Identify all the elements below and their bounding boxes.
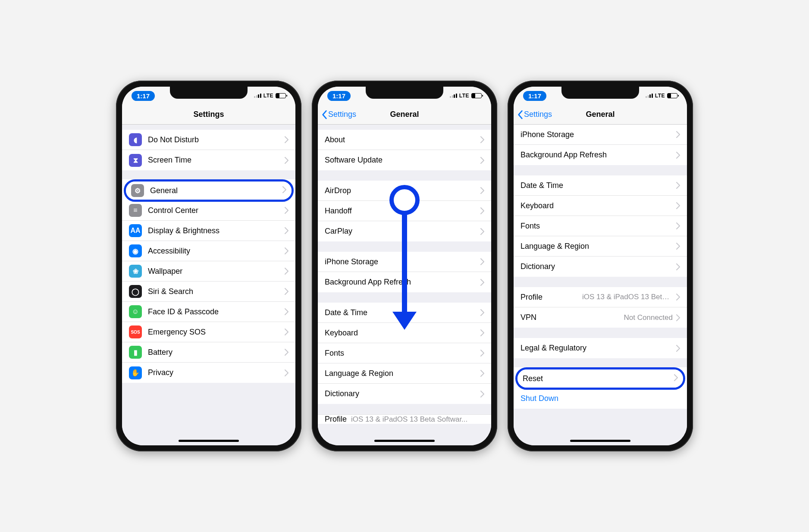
general-row-profile[interactable]: ProfileiOS 13 & iPadOS 13 Beta Softwar..…	[514, 287, 687, 307]
general-row-dictionary[interactable]: Dictionary	[514, 257, 687, 277]
chevron-right-icon	[285, 247, 288, 254]
settings-row-general[interactable]: ⚙General	[126, 182, 292, 200]
general-row-vpn[interactable]: VPNNot Connected	[514, 307, 687, 328]
general-row-reset[interactable]: Reset	[517, 369, 683, 388]
row-label: Background App Refresh	[325, 278, 477, 287]
chevron-right-icon	[480, 157, 484, 164]
row-label: iPhone Storage	[521, 130, 673, 139]
hand-icon: ✋	[129, 366, 142, 379]
chevron-right-icon	[676, 131, 680, 138]
settings-group: ◖Do Not Disturb⧗Screen Time	[122, 130, 295, 170]
row-label: Privacy	[148, 368, 281, 377]
row-label: Screen Time	[148, 156, 281, 165]
chevron-right-icon	[480, 187, 484, 194]
chevron-right-icon	[676, 152, 680, 159]
phone-2: 1:17 LTE Settings General AboutSoftware …	[312, 81, 497, 451]
content[interactable]: iPhone StorageBackground App RefreshDate…	[514, 125, 687, 445]
chevron-right-icon	[285, 227, 288, 234]
carrier-label: LTE	[263, 93, 273, 99]
chevron-right-icon	[676, 222, 680, 229]
chevron-right-icon	[480, 258, 484, 265]
settings-row-screen-time[interactable]: ⧗Screen Time	[122, 150, 295, 170]
nav-bar: Settings General	[318, 105, 491, 125]
nav-title: General	[586, 110, 615, 119]
home-indicator[interactable]	[570, 440, 630, 442]
content[interactable]: AboutSoftware UpdateAirDropHandoffCarPla…	[318, 125, 491, 445]
row-label: Dictionary	[521, 262, 673, 271]
nav-back-button[interactable]: Settings	[321, 105, 356, 124]
home-indicator[interactable]	[374, 440, 435, 442]
nav-title: Settings	[193, 110, 224, 119]
general-row-keyboard[interactable]: Keyboard	[514, 196, 687, 216]
general-row-handoff[interactable]: Handoff	[318, 201, 491, 221]
general-row-date-time[interactable]: Date & Time	[514, 175, 687, 196]
status-time: 1:17	[327, 91, 351, 101]
row-label: Shut Down	[521, 394, 680, 403]
nav-title: General	[390, 110, 419, 119]
battery-icon	[276, 93, 286, 98]
chevron-right-icon	[480, 350, 484, 357]
moon-icon: ◖	[129, 133, 142, 146]
general-row-keyboard[interactable]: Keyboard	[318, 323, 491, 343]
hourglass-icon: ⧗	[129, 154, 142, 167]
row-label: Control Center	[148, 206, 281, 215]
general-row-date-time[interactable]: Date & Time	[318, 303, 491, 323]
general-row-airdrop[interactable]: AirDrop	[318, 181, 491, 201]
row-label: About	[325, 135, 477, 144]
row-label: CarPlay	[325, 227, 477, 236]
chevron-right-icon	[282, 186, 286, 195]
general-row-about[interactable]: About	[318, 130, 491, 150]
settings-row-face-id-passcode[interactable]: ☺Face ID & Passcode	[122, 302, 295, 322]
general-row-fonts[interactable]: Fonts	[514, 216, 687, 236]
settings-row-emergency-sos[interactable]: SOSEmergency SOS	[122, 322, 295, 342]
settings-group: Date & TimeKeyboardFontsLanguage & Regio…	[318, 303, 491, 404]
general-row-shut-down[interactable]: Shut Down	[514, 388, 687, 409]
flower-icon: ❀	[129, 265, 142, 278]
chevron-right-icon	[676, 243, 680, 250]
general-row-background-app-refresh[interactable]: Background App Refresh	[514, 145, 687, 165]
settings-row-do-not-disturb[interactable]: ◖Do Not Disturb	[122, 130, 295, 150]
settings-row-siri-search[interactable]: ◯Siri & Search	[122, 282, 295, 302]
settings-row-privacy[interactable]: ✋Privacy	[122, 363, 295, 383]
chevron-right-icon	[676, 345, 680, 352]
battery-icon	[667, 93, 677, 98]
status-time: 1:17	[132, 91, 155, 101]
status-right: LTE	[450, 93, 482, 99]
highlight-general-row-reset: Reset	[515, 367, 685, 390]
home-indicator[interactable]	[179, 440, 239, 442]
general-row-language-region[interactable]: Language & Region	[514, 236, 687, 257]
row-peek[interactable]: ProfileiOS 13 & iPadOS 13 Beta Softwar..…	[318, 414, 491, 424]
row-label: Accessibility	[148, 247, 281, 256]
row-label: Profile	[521, 293, 582, 302]
general-row-language-region[interactable]: Language & Region	[318, 363, 491, 384]
settings-group: iPhone StorageBackground App Refresh	[318, 252, 491, 292]
general-row-dictionary[interactable]: Dictionary	[318, 384, 491, 404]
settings-row-control-center[interactable]: ≡Control Center	[122, 200, 295, 221]
settings-row-battery[interactable]: ▮Battery	[122, 342, 295, 363]
chevron-right-icon	[285, 268, 288, 275]
settings-row-accessibility[interactable]: ◉Accessibility	[122, 241, 295, 261]
nav-back-label: Settings	[524, 110, 552, 119]
row-label: Profile	[325, 415, 347, 424]
settings-group: iPhone StorageBackground App Refresh	[514, 125, 687, 165]
chevron-right-icon	[480, 391, 484, 397]
chevron-right-icon	[285, 308, 288, 315]
chevron-right-icon	[676, 314, 680, 321]
general-row-fonts[interactable]: Fonts	[318, 343, 491, 363]
content[interactable]: ◖Do Not Disturb⧗Screen Time⚙General≡Cont…	[122, 125, 295, 445]
nav-back-button[interactable]: Settings	[517, 105, 552, 124]
chevron-right-icon	[285, 369, 288, 376]
screen-2: 1:17 LTE Settings General AboutSoftware …	[318, 87, 491, 445]
general-row-carplay[interactable]: CarPlay	[318, 221, 491, 241]
settings-row-display-brightness[interactable]: AADisplay & Brightness	[122, 221, 295, 241]
signal-icon	[646, 94, 653, 98]
general-row-background-app-refresh[interactable]: Background App Refresh	[318, 272, 491, 292]
general-row-iphone-storage[interactable]: iPhone Storage	[514, 125, 687, 145]
status-time: 1:17	[523, 91, 546, 101]
general-row-iphone-storage[interactable]: iPhone Storage	[318, 252, 491, 272]
chevron-right-icon	[480, 207, 484, 214]
general-row-software-update[interactable]: Software Update	[318, 150, 491, 170]
general-row-legal-regulatory[interactable]: Legal & Regulatory	[514, 338, 687, 358]
settings-row-wallpaper[interactable]: ❀Wallpaper	[122, 261, 295, 282]
screen-3: 1:17 LTE Settings General iPhone Storage…	[514, 87, 687, 445]
